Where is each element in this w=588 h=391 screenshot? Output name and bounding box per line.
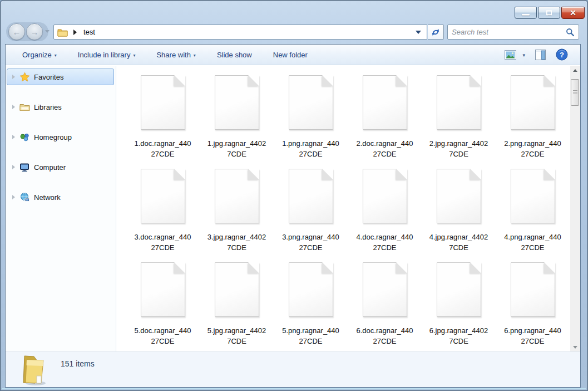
computer-icon: [19, 162, 30, 173]
document-file-icon: [289, 169, 333, 223]
file-name-label: 6.doc.ragnar_440 27CDE: [357, 325, 413, 346]
scroll-up-button[interactable]: [570, 66, 580, 75]
search-icon[interactable]: [566, 28, 575, 37]
file-item[interactable]: 5.png.ragnar_440 27CDE: [274, 262, 348, 352]
command-toolbar: Organize▾Include in library▾Share with▾S…: [6, 45, 580, 65]
maximize-button[interactable]: [538, 7, 560, 19]
file-item[interactable]: 2.png.ragnar_440 27CDE: [496, 75, 570, 169]
file-item[interactable]: 5.jpg.ragnar_4402 7CDE: [200, 262, 274, 352]
file-item[interactable]: 3.doc.ragnar_440 27CDE: [126, 169, 200, 262]
document-file-icon: [141, 169, 185, 223]
sidebar-item-favorites[interactable]: Favorites: [7, 69, 114, 85]
file-item[interactable]: 4.jpg.ragnar_4402 7CDE: [422, 169, 496, 262]
back-button[interactable]: ←: [8, 23, 25, 40]
document-file-icon: [215, 75, 259, 130]
document-file-icon: [141, 262, 185, 317]
file-item[interactable]: 3.png.ragnar_440 27CDE: [274, 169, 348, 262]
file-item[interactable]: 3.jpg.ragnar_4402 7CDE: [200, 169, 274, 262]
expander-icon[interactable]: [12, 195, 15, 199]
scrollbar-thumb[interactable]: [571, 79, 579, 106]
sidebar-item-homegroup[interactable]: Homegroup: [7, 129, 114, 145]
expander-icon[interactable]: [12, 75, 15, 79]
file-item[interactable]: 1.doc.ragnar_440 27CDE: [126, 75, 200, 169]
address-dropdown-icon[interactable]: [416, 31, 421, 34]
toolbar-item-organize[interactable]: Organize▾: [22, 51, 57, 59]
toolbar-item-new-folder[interactable]: New folder: [273, 51, 308, 59]
refresh-button[interactable]: [428, 25, 444, 40]
vertical-scrollbar[interactable]: [570, 66, 580, 352]
sidebar-item-label: Network: [34, 193, 61, 202]
file-name-label: 5.jpg.ragnar_4402 7CDE: [207, 325, 266, 346]
dropdown-arrow-icon: ▾: [55, 52, 57, 58]
document-file-icon: [363, 169, 407, 223]
file-name-label: 1.doc.ragnar_440 27CDE: [135, 138, 191, 159]
sidebar-item-label: Libraries: [34, 103, 62, 111]
sidebar-item-label: Favorites: [34, 73, 63, 81]
file-item[interactable]: 2.doc.ragnar_440 27CDE: [348, 75, 422, 169]
forward-button[interactable]: →: [26, 23, 43, 40]
file-item[interactable]: 6.jpg.ragnar_4402 7CDE: [422, 262, 496, 352]
toolbar-item-label: Organize: [22, 51, 52, 59]
document-file-icon: [511, 75, 555, 130]
file-item[interactable]: 1.jpg.ragnar_4402 7CDE: [200, 75, 274, 169]
file-item[interactable]: 4.doc.ragnar_440 27CDE: [348, 169, 422, 262]
sidebar-item-computer[interactable]: Computer: [7, 159, 114, 175]
file-item[interactable]: 6.doc.ragnar_440 27CDE: [348, 262, 422, 352]
network-globe-icon: [19, 192, 30, 203]
explorer-window: ✕ ← → test Organize▾In: [0, 0, 588, 391]
address-bar[interactable]: test: [53, 25, 427, 40]
toolbar-item-label: New folder: [273, 51, 308, 59]
document-file-icon: [141, 75, 185, 130]
file-item[interactable]: 6.png.ragnar_440 27CDE: [496, 262, 570, 352]
toolbar-item-include-in-library[interactable]: Include in library▾: [78, 51, 136, 59]
file-name-label: 4.jpg.ragnar_4402 7CDE: [429, 232, 488, 253]
document-file-icon: [289, 262, 333, 317]
recent-pages-dropdown[interactable]: [45, 30, 50, 33]
file-name-label: 3.png.ragnar_440 27CDE: [282, 232, 339, 253]
search-input[interactable]: [452, 28, 566, 36]
preview-pane-button[interactable]: [535, 50, 546, 60]
expander-icon[interactable]: [12, 105, 15, 109]
sidebar-item-label: Homegroup: [34, 133, 72, 141]
document-file-icon: [215, 262, 259, 317]
document-file-icon: [437, 262, 481, 317]
star-icon: [19, 72, 30, 82]
file-item[interactable]: 5.doc.ragnar_440 27CDE: [126, 262, 200, 352]
close-button[interactable]: ✕: [561, 7, 585, 19]
document-file-icon: [363, 262, 407, 317]
file-name-label: 3.doc.ragnar_440 27CDE: [135, 232, 191, 253]
views-icon: [505, 50, 516, 60]
svg-text:?: ?: [560, 51, 564, 59]
expander-icon[interactable]: [12, 135, 15, 139]
file-name-label: 1.jpg.ragnar_4402 7CDE: [207, 138, 266, 159]
change-view-button[interactable]: ▾: [505, 50, 525, 60]
views-dropdown-icon: ▾: [522, 51, 525, 58]
breadcrumb-location[interactable]: test: [83, 28, 95, 36]
document-file-icon: [437, 169, 481, 223]
file-name-label: 5.doc.ragnar_440 27CDE: [135, 325, 191, 346]
minimize-button[interactable]: [515, 7, 537, 19]
document-file-icon: [437, 75, 481, 130]
sidebar-item-libraries[interactable]: Libraries: [7, 99, 114, 115]
window-controls: ✕: [515, 7, 585, 19]
maximize-icon: [546, 11, 552, 16]
minimize-icon: [522, 14, 530, 16]
file-item[interactable]: 1.png.ragnar_440 27CDE: [274, 75, 348, 169]
forward-arrow-icon: →: [31, 28, 39, 36]
file-item[interactable]: 2.jpg.ragnar_4402 7CDE: [422, 75, 496, 169]
file-list-area[interactable]: 1.doc.ragnar_440 27CDE 1.jpg.ragnar_4402…: [116, 66, 580, 352]
scroll-down-button[interactable]: [570, 343, 580, 352]
help-button[interactable]: ?: [556, 48, 568, 61]
expander-icon[interactable]: [12, 165, 15, 169]
item-count: 151 items: [61, 359, 95, 368]
toolbar-item-label: Slide show: [217, 51, 252, 59]
back-arrow-icon: ←: [13, 28, 21, 36]
file-item[interactable]: 4.png.ragnar_440 27CDE: [496, 169, 570, 262]
search-box: [447, 25, 579, 40]
close-icon: ✕: [562, 8, 584, 17]
help-icon: ?: [556, 48, 568, 61]
file-grid: 1.doc.ragnar_440 27CDE 1.jpg.ragnar_4402…: [126, 75, 570, 352]
sidebar-item-network[interactable]: Network: [7, 189, 114, 206]
toolbar-item-share-with[interactable]: Share with▾: [156, 51, 195, 59]
toolbar-item-slide-show[interactable]: Slide show: [217, 51, 252, 59]
